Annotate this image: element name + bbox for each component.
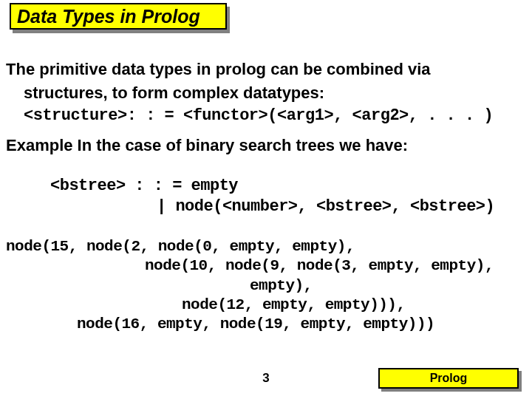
tree-line-3: empty), [6,276,523,296]
tree-line-1: node(15, node(2, node(0, empty, empty), [6,237,523,256]
slide-content: The primitive data types in prolog can b… [6,59,523,334]
intro-line-2: structures, to form complex datatypes: [6,83,523,103]
tree-line-5: node(16, empty, node(19, empty, empty))) [6,315,523,334]
slide-title: Data Types in Prolog [17,6,200,27]
slide-title-box: Data Types in Prolog [10,3,227,30]
grammar-block: <bstree> : : = empty | node(<number>, <b… [6,176,523,216]
tree-block: node(15, node(2, node(0, empty, empty), … [6,237,523,334]
footer-label: Prolog [430,372,468,385]
footer-label-box: Prolog [378,368,519,389]
grammar-line-2: | node(<number>, <bstree>, <bstree>) [50,197,523,217]
slide-footer: 3 Prolog [0,366,532,389]
structure-rule: <structure>: : = <functor>(<arg1>, <arg2… [6,106,523,126]
intro-line-1: The primitive data types in prolog can b… [6,59,523,80]
grammar-line-1: <bstree> : : = empty [50,176,523,197]
example-label: Example [6,136,73,154]
example-line: Example In the case of binary search tre… [6,135,523,156]
tree-line-4: node(12, empty, empty))), [6,296,523,315]
example-text: In the case of binary search trees we ha… [73,136,409,154]
tree-line-2: node(10, node(9, node(3, empty, empty), [6,256,523,276]
